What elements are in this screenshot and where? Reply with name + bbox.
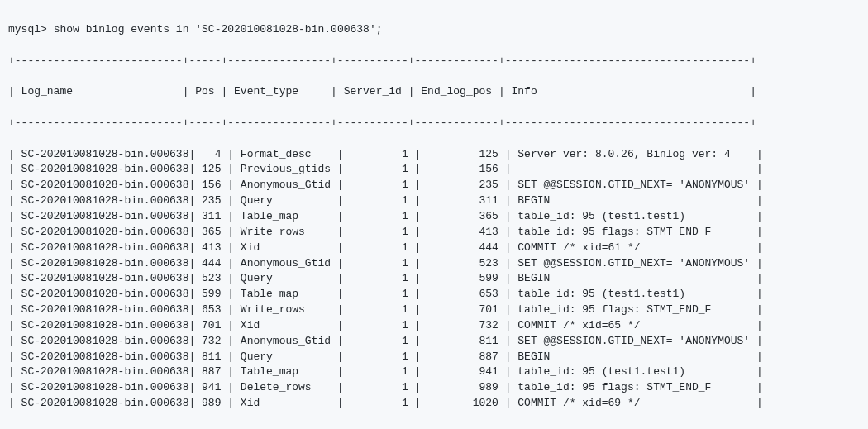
table-row: | SC-202010081028-bin.000638| 599 | Tabl…: [8, 287, 860, 303]
mysql-prompt: mysql>: [8, 23, 47, 36]
table-row: | SC-202010081028-bin.000638| 235 | Quer…: [8, 193, 860, 209]
table-row: | SC-202010081028-bin.000638| 444 | Anon…: [8, 256, 860, 272]
table-row: | SC-202010081028-bin.000638| 365 | Writ…: [8, 225, 860, 241]
table-row: | SC-202010081028-bin.000638| 311 | Tabl…: [8, 209, 860, 225]
table-row: | SC-202010081028-bin.000638| 887 | Tabl…: [8, 365, 860, 380]
table-row: | SC-202010081028-bin.000638| 732 | Anon…: [8, 334, 860, 350]
terminal-output: mysql> show binlog events in 'SC-2020100…: [8, 7, 860, 429]
table-border-top: +--------------------------+-----+------…: [8, 54, 860, 69]
table-row: | SC-202010081028-bin.000638| 4 | Format…: [8, 147, 860, 163]
table-row: | SC-202010081028-bin.000638| 156 | Anon…: [8, 178, 860, 193]
table-row: | SC-202010081028-bin.000638| 523 | Quer…: [8, 271, 860, 287]
table-row: | SC-202010081028-bin.000638| 701 | Xid …: [8, 318, 860, 334]
prompt-line[interactable]: mysql> show binlog events in 'SC-2020100…: [8, 22, 860, 38]
table-row: | SC-202010081028-bin.000638| 811 | Quer…: [8, 350, 860, 365]
table-row: | SC-202010081028-bin.000638| 989 | Xid …: [8, 396, 860, 412]
table-row: | SC-202010081028-bin.000638| 125 | Prev…: [8, 162, 860, 178]
table-row: | SC-202010081028-bin.000638| 941 | Dele…: [8, 380, 860, 396]
table-border-mid: +--------------------------+-----+------…: [8, 116, 860, 131]
sql-command: show binlog events in 'SC-202010081028-b…: [54, 23, 383, 36]
table-header-row: | Log_name | Pos | Event_type | Server_i…: [8, 84, 860, 100]
table-row: | SC-202010081028-bin.000638| 653 | Writ…: [8, 303, 860, 318]
table-row: | SC-202010081028-bin.000638| 413 | Xid …: [8, 241, 860, 256]
